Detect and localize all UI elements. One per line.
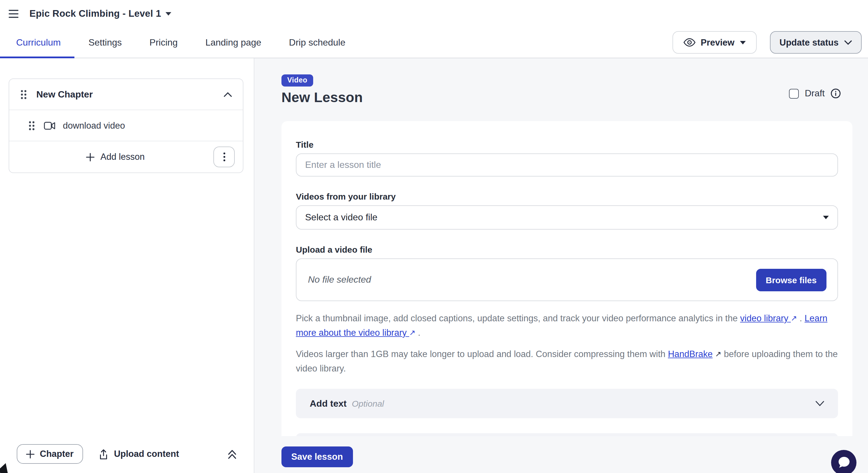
add-downloads-section[interactable]: Add downloads Optional (296, 433, 838, 436)
plus-icon (86, 153, 95, 161)
collapse-all-button[interactable] (228, 449, 237, 459)
tab-label: Pricing (149, 37, 178, 48)
preview-label: Preview (701, 37, 735, 48)
add-text-label: Add text (310, 398, 347, 409)
external-link-icon: ↗ (715, 347, 721, 361)
library-field-label: Videos from your library (296, 191, 838, 201)
tab-label: Settings (89, 37, 122, 48)
lesson-item[interactable]: download video (9, 109, 243, 141)
top-bar: Epic Rock Climbing - Level 1 (0, 0, 868, 27)
app-window: Epic Rock Climbing - Level 1 Curriculum … (0, 0, 868, 473)
add-chapter-button[interactable]: Chapter (17, 444, 83, 464)
chapter-menu-button[interactable] (213, 147, 235, 167)
curriculum-sidebar: New Chapter download video Add lesson (0, 58, 254, 473)
add-text-section[interactable]: Add text Optional (296, 389, 838, 418)
chevron-down-icon (844, 40, 852, 45)
tab-landing-page[interactable]: Landing page (191, 27, 275, 58)
file-upload-dropzone[interactable]: No file selected Browse files (296, 258, 838, 301)
optional-label: Optional (352, 399, 384, 408)
handbrake-link[interactable]: HandBrake (668, 349, 713, 359)
tab-drip-schedule[interactable]: Drip schedule (275, 27, 359, 58)
external-link-icon: ↗ (791, 312, 797, 325)
chevron-up-icon[interactable] (224, 92, 232, 97)
tab-label: Curriculum (16, 37, 61, 48)
content-area: New Chapter download video Add lesson (0, 58, 868, 473)
save-lesson-button[interactable]: Save lesson (281, 446, 353, 467)
upload-field-label: Upload a video file (296, 245, 838, 254)
help-text: Pick a thumbnail image, add closed capti… (296, 313, 740, 323)
chevron-down-icon (815, 401, 824, 406)
hamburger-menu-icon[interactable] (9, 7, 21, 20)
upload-content-label: Upload content (114, 449, 179, 459)
tab-settings[interactable]: Settings (75, 27, 136, 58)
video-library-select[interactable]: Select a video file (296, 206, 838, 229)
draft-checkbox[interactable] (789, 89, 799, 98)
chapter-card: New Chapter download video Add lesson (9, 78, 243, 173)
eye-icon (683, 38, 695, 47)
lesson-header: Video New Lesson Draft (281, 58, 852, 105)
video-library-help-text: Pick a thumbnail image, add closed capti… (296, 312, 838, 340)
lesson-editor: Video New Lesson Draft Title Videos from… (254, 58, 868, 473)
course-title: Epic Rock Climbing - Level 1 (29, 8, 161, 19)
tab-pricing[interactable]: Pricing (135, 27, 191, 58)
drag-handle-icon[interactable] (28, 120, 35, 131)
upload-icon (98, 448, 108, 460)
lesson-type-badge: Video (281, 74, 313, 87)
compression-help-text: Videos larger than 1GB may take longer t… (296, 347, 838, 376)
title-field-label: Title (296, 139, 838, 149)
tab-label: Landing page (205, 37, 261, 48)
chat-bubble-icon (837, 456, 851, 469)
draft-toggle-group: Draft (789, 88, 841, 99)
help-text: . (797, 313, 805, 323)
sidebar-footer: Chapter Upload content (17, 444, 237, 464)
lesson-page-title: New Lesson (281, 89, 852, 105)
add-lesson-label: Add lesson (100, 152, 145, 162)
update-status-label: Update status (779, 37, 839, 48)
header-actions: Preview Update status (673, 27, 862, 58)
chapter-footer-row: Add lesson (9, 141, 243, 172)
tab-label: Drip schedule (289, 37, 345, 48)
external-link-icon: ↗ (409, 326, 415, 340)
video-library-link[interactable]: video library ↗ (740, 313, 797, 323)
double-chevron-up-icon (228, 449, 237, 459)
lesson-title-input[interactable] (296, 153, 838, 177)
select-arrow-icon (823, 216, 829, 219)
add-chapter-label: Chapter (40, 449, 73, 459)
course-switcher[interactable]: Epic Rock Climbing - Level 1 (29, 8, 172, 19)
tab-curriculum[interactable]: Curriculum (0, 27, 75, 58)
chapter-title: New Chapter (36, 89, 93, 99)
chapter-header[interactable]: New Chapter (9, 79, 243, 109)
video-library-select-value: Select a video file (305, 212, 377, 223)
info-icon[interactable] (831, 88, 841, 99)
chat-launcher-button[interactable] (831, 450, 857, 473)
lesson-form-card: Title Videos from your library Select a … (281, 121, 852, 436)
tab-bar: Curriculum Settings Pricing Landing page… (0, 27, 868, 58)
lesson-title: download video (63, 120, 125, 131)
caret-down-icon (166, 12, 172, 15)
link-text: HandBrake (668, 349, 713, 359)
help-text: Videos larger than 1GB may take longer t… (296, 349, 668, 359)
kebab-icon (223, 152, 225, 161)
drag-handle-icon[interactable] (20, 89, 27, 99)
browse-files-button[interactable]: Browse files (756, 269, 827, 291)
update-status-button[interactable]: Update status (770, 31, 862, 54)
upload-content-button[interactable]: Upload content (98, 448, 179, 460)
link-text: video library (740, 313, 788, 323)
caret-down-icon (740, 41, 745, 44)
draft-label: Draft (805, 88, 825, 99)
video-camera-icon (44, 121, 55, 129)
add-lesson-button[interactable]: Add lesson (17, 152, 213, 162)
preview-button[interactable]: Preview (673, 31, 756, 54)
plus-icon (26, 450, 35, 458)
help-text: . (415, 328, 421, 338)
no-file-selected-text: No file selected (308, 275, 371, 285)
